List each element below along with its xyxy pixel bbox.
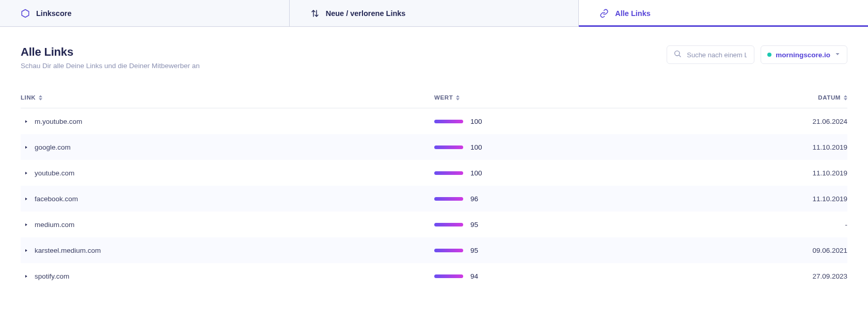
table-row[interactable]: facebook.com9611.10.2019 [21,186,847,212]
caret-right-icon[interactable] [24,119,28,124]
link-icon [599,9,609,18]
column-label: LINK [21,94,36,101]
search-icon [673,50,682,60]
cell-date: 11.10.2019 [692,195,847,203]
arrows-up-down-icon [310,9,320,18]
value-bar [434,171,463,175]
chevron-down-icon [834,51,841,59]
cell-date: 21.06.2024 [692,118,847,125]
value-bar [434,223,463,226]
table-row[interactable]: google.com10011.10.2019 [21,134,847,160]
cell-value: 100 [434,118,692,125]
value-number: 95 [470,221,478,229]
cell-link: spotify.com [21,272,434,280]
cell-link: m.youtube.com [21,118,434,125]
sort-icon [844,95,847,101]
hexagon-icon [21,9,30,18]
value-bar [434,274,463,278]
header-controls: morningscore.io [667,45,847,64]
tabs-bar: Linkscore Neue / verlorene Links Alle Li… [0,0,868,27]
link-domain: google.com [35,143,71,151]
tab-new-lost-links[interactable]: Neue / verlorene Links [290,0,579,26]
column-label: DATUM [818,94,841,101]
tab-all-links[interactable]: Alle Links [579,0,868,26]
link-domain: m.youtube.com [35,118,82,125]
tab-label: Alle Links [615,9,651,18]
link-domain: spotify.com [35,272,69,280]
link-domain: karsteel.medium.com [35,247,101,254]
table-row[interactable]: medium.com95- [21,212,847,237]
value-number: 94 [470,272,478,280]
cell-date: - [692,221,847,229]
value-number: 100 [470,169,482,177]
cell-link: medium.com [21,221,434,229]
page-header: Alle Links Schau Dir alle Deine Links un… [0,27,868,70]
caret-right-icon[interactable] [24,248,28,253]
caret-right-icon[interactable] [24,274,28,279]
caret-right-icon[interactable] [24,197,28,201]
page-subtitle: Schau Dir alle Deine Links und die Deine… [21,62,200,70]
links-table: LINK WERT DATUM m.youtube.com10021.06.20… [0,94,868,304]
cell-link: karsteel.medium.com [21,247,434,254]
value-number: 95 [470,247,478,254]
site-select[interactable]: morningscore.io [761,45,847,64]
column-header-value[interactable]: WERT [434,94,692,101]
caret-right-icon[interactable] [24,171,28,175]
table-row[interactable]: karsteel.medium.com9509.06.2021 [21,237,847,263]
table-body: m.youtube.com10021.06.2024google.com1001… [21,108,847,289]
caret-right-icon[interactable] [24,145,28,150]
cell-link: youtube.com [21,169,434,177]
tab-linkscore[interactable]: Linkscore [0,0,290,26]
value-bar [434,120,463,123]
page-title: Alle Links [21,45,200,59]
table-header: LINK WERT DATUM [21,94,847,108]
cell-date: 09.06.2021 [692,247,847,254]
cell-date: 11.10.2019 [692,169,847,177]
value-number: 100 [470,143,482,151]
caret-right-icon[interactable] [24,222,28,227]
cell-link: facebook.com [21,195,434,203]
link-domain: facebook.com [35,195,78,203]
value-number: 100 [470,118,482,125]
tab-label: Neue / verlorene Links [326,9,406,18]
cell-value: 100 [434,169,692,177]
value-bar [434,197,463,201]
cell-value: 95 [434,221,692,229]
cell-link: google.com [21,143,434,151]
sort-icon [456,95,460,101]
column-header-link[interactable]: LINK [21,94,434,101]
cell-date: 27.09.2023 [692,272,847,280]
cell-value: 96 [434,195,692,203]
link-domain: youtube.com [35,169,74,177]
column-label: WERT [434,94,453,101]
value-number: 96 [470,195,478,203]
table-row[interactable]: m.youtube.com10021.06.2024 [21,108,847,134]
table-row[interactable]: youtube.com10011.10.2019 [21,160,847,186]
value-bar [434,145,463,149]
cell-value: 95 [434,247,692,254]
search-input[interactable] [686,51,748,59]
link-domain: medium.com [35,221,74,229]
site-select-value: morningscore.io [776,51,830,59]
table-row[interactable]: spotify.com9427.09.2023 [21,263,847,289]
cell-value: 100 [434,143,692,151]
header-text: Alle Links Schau Dir alle Deine Links un… [21,45,200,70]
cell-date: 11.10.2019 [692,143,847,151]
tab-label: Linkscore [36,9,72,18]
value-bar [434,249,463,252]
status-dot-icon [767,53,771,57]
column-header-date[interactable]: DATUM [692,94,847,101]
svg-point-0 [675,51,680,56]
cell-value: 94 [434,272,692,280]
search-box[interactable] [667,45,754,64]
sort-icon [39,95,42,101]
